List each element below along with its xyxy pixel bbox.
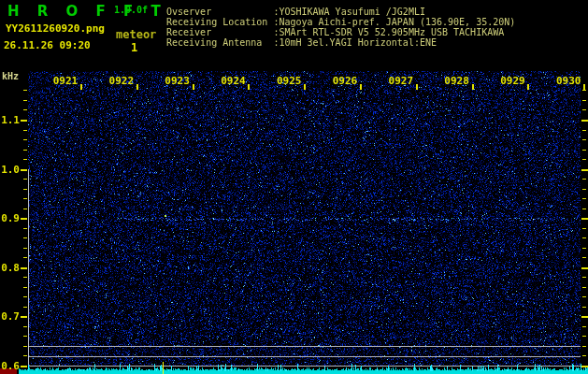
meteor-count: 1 [131, 41, 137, 54]
observer-info-block: Ovserver :YOSHIKAWA Yasufumi /JG2MLIRece… [166, 7, 515, 48]
freq-tick-label: 0.9 [0, 212, 20, 224]
app-version: 1.0.0f [114, 5, 148, 15]
output-filename: YY2611260920.png [6, 22, 105, 35]
time-tick-label: 0927 [389, 75, 414, 87]
freq-tick-label: 0.6 [0, 360, 20, 372]
freq-tick-label: 1.0 [0, 164, 20, 176]
freq-tick-label: 0.8 [0, 262, 20, 274]
info-line: Receiving Location :Nagoya Aichi-pref. J… [166, 17, 515, 27]
freq-tick-label: 0.7 [0, 310, 20, 323]
freq-tick-label: 1.1 [0, 114, 20, 126]
time-tick-label: 0925 [277, 75, 302, 87]
time-tick-label: 0929 [500, 75, 525, 87]
info-line: Receiver :SMArt RTL-SDR V5 52.905MHz USB… [166, 27, 515, 37]
mode-label: meteor [116, 28, 156, 41]
time-tick-label: 0924 [221, 75, 246, 87]
time-tick-label: 0923 [165, 75, 190, 87]
info-line: Receiving Antenna :10mH 3el.YAGI Horizon… [166, 37, 515, 48]
hrofft-output-screen: H R O F F T 1.0.0f YY2611260920.png mete… [0, 0, 588, 374]
time-tick-label: 0922 [109, 75, 135, 87]
freq-unit-label: kHz [2, 71, 19, 81]
spectrogram-canvas [0, 0, 588, 374]
info-line: Ovserver :YOSHIKAWA Yasufumi /JG2MLI [166, 7, 515, 17]
time-tick-label: 0926 [333, 75, 358, 87]
time-tick-label: 0930 [556, 75, 581, 87]
file-datetime: 26.11.26 09:20 [4, 39, 91, 51]
time-tick-label: 0928 [444, 75, 469, 87]
time-tick-label: 0921 [53, 75, 79, 87]
